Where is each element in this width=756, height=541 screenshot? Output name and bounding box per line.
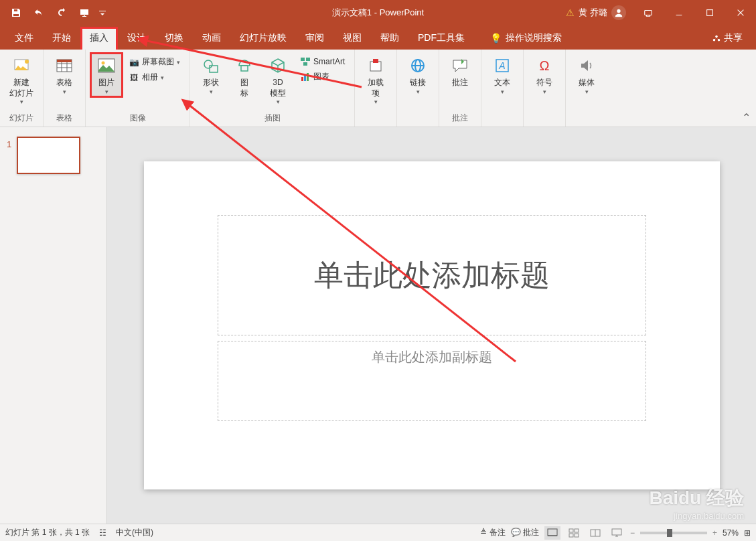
album-label: 相册: [142, 72, 158, 83]
picture-button[interactable]: 图片 ▾: [90, 52, 123, 98]
share-label: 共享: [724, 32, 743, 44]
tab-animations[interactable]: 动画: [193, 27, 230, 50]
svg-rect-16: [57, 60, 72, 62]
tab-home[interactable]: 开始: [43, 27, 80, 50]
redo-button[interactable]: [51, 3, 72, 22]
lightbulb-icon: 💡: [490, 33, 502, 44]
tab-slideshow[interactable]: 幻灯片放映: [230, 27, 296, 50]
title-placeholder[interactable]: 单击此处添加标题: [218, 215, 646, 335]
new-slide-label: 新建 幻灯片: [9, 78, 33, 98]
group-label-symbol: [544, 113, 546, 127]
user-account[interactable]: ⚠ 黄 乔璐: [559, 5, 633, 20]
links-button[interactable]: 链接 ▾: [401, 52, 435, 98]
zoom-level[interactable]: 57%: [723, 528, 739, 538]
save-button[interactable]: [5, 3, 27, 22]
symbol-button[interactable]: Ω 符号 ▾: [528, 52, 561, 98]
tab-review[interactable]: 审阅: [296, 27, 333, 50]
group-label-links: [417, 113, 419, 127]
tell-me-search[interactable]: 💡 操作说明搜索: [481, 27, 571, 50]
slide[interactable]: 单击此处添加标题 单击此处添加副标题: [144, 161, 720, 489]
statusbar: 幻灯片 第 1 张，共 1 张 ☷ 中文(中国) ≜ 备注 💬 批注 − + 5…: [0, 524, 756, 541]
media-button[interactable]: 媒体 ▾: [570, 52, 603, 98]
share-icon: [712, 33, 721, 43]
notes-button[interactable]: ≜ 备注: [480, 527, 505, 538]
svg-rect-1: [645, 11, 652, 15]
svg-point-19: [204, 60, 212, 68]
caret-icon: ▾: [417, 88, 420, 95]
svg-point-18: [102, 62, 105, 65]
comments-button[interactable]: 💬 批注: [511, 527, 539, 538]
svg-rect-27: [307, 73, 309, 81]
undo-button[interactable]: [28, 3, 50, 22]
zoom-slider[interactable]: [640, 532, 707, 534]
slideshow-view-button[interactable]: [609, 526, 625, 540]
tab-help[interactable]: 帮助: [371, 27, 408, 50]
cube-icon: [267, 55, 289, 76]
fit-to-window-button[interactable]: ⊞: [744, 528, 751, 538]
thumbnail-panel: 1: [0, 127, 107, 524]
notes-label: 备注: [489, 528, 506, 537]
collapse-ribbon-button[interactable]: ⌃: [742, 111, 751, 124]
tab-pdf[interactable]: PDF工具集: [408, 27, 474, 50]
chart-button[interactable]: 图表: [297, 70, 348, 84]
picture-label: 图片: [98, 78, 115, 88]
tab-insert[interactable]: 插入: [80, 27, 118, 50]
slide-counter[interactable]: 幻灯片 第 1 张，共 1 张: [5, 527, 90, 538]
reading-view-button[interactable]: [587, 526, 603, 540]
shapes-icon: [200, 55, 222, 76]
tab-transitions[interactable]: 切换: [155, 27, 193, 50]
language-indicator[interactable]: 中文(中国): [116, 527, 153, 538]
screenshot-icon: 📷: [129, 57, 139, 68]
slide-sorter-button[interactable]: [566, 526, 582, 540]
user-name: 黄 乔璐: [579, 7, 607, 19]
text-button[interactable]: A 文本 ▾: [485, 52, 519, 98]
new-slide-button[interactable]: 新建 幻灯片 ▾: [4, 52, 39, 108]
tab-design[interactable]: 设计: [118, 27, 155, 50]
shapes-button[interactable]: 形状 ▾: [194, 52, 228, 98]
svg-rect-38: [569, 529, 573, 532]
start-from-beginning-button[interactable]: [74, 3, 95, 22]
accessibility-icon[interactable]: ☷: [99, 528, 106, 538]
zoom-out-button[interactable]: −: [630, 528, 635, 538]
smartart-button[interactable]: SmartArt: [297, 55, 348, 68]
comment-icon: [449, 55, 471, 76]
caret-icon: ▾: [501, 88, 504, 95]
svg-rect-3: [707, 10, 713, 16]
group-symbol: Ω 符号 ▾: [524, 50, 566, 127]
comment-button[interactable]: 批注: [443, 52, 477, 91]
qat-customize-button[interactable]: [96, 3, 108, 22]
share-button[interactable]: 共享: [704, 27, 751, 50]
screenshot-button[interactable]: 📷 屏幕截图 ▾: [126, 55, 183, 69]
minimize-button[interactable]: [664, 0, 694, 25]
photo-album-button[interactable]: 🖼 相册 ▾: [126, 70, 183, 84]
thumbnail-preview: [17, 137, 80, 174]
icons-label: 图 标: [240, 78, 248, 98]
shapes-label: 形状: [203, 78, 219, 88]
caret-icon: ▾: [585, 88, 589, 95]
group-label-comments: 批注: [452, 111, 468, 127]
ribbon-display-button[interactable]: [633, 0, 664, 25]
caret-icon: ▾: [543, 88, 546, 95]
avatar: [611, 5, 626, 20]
close-button[interactable]: [725, 0, 756, 25]
zoom-in-button[interactable]: +: [712, 528, 717, 538]
ribbon-tabs: 文件 开始 插入 设计 切换 动画 幻灯片放映 审阅 视图 帮助 PDF工具集 …: [0, 25, 756, 50]
normal-view-button[interactable]: [544, 526, 560, 540]
svg-rect-44: [612, 529, 621, 535]
addins-button[interactable]: 加载 项 ▾: [359, 52, 392, 108]
group-media: 媒体 ▾: [566, 50, 607, 127]
maximize-button[interactable]: [694, 0, 725, 25]
slide-thumbnail-1[interactable]: 1: [7, 137, 100, 174]
tab-view[interactable]: 视图: [333, 27, 371, 50]
3d-model-button[interactable]: 3D 模型 ▾: [261, 52, 295, 108]
table-icon: [54, 55, 75, 76]
caret-icon: ▾: [105, 88, 108, 95]
table-button[interactable]: 表格 ▾: [48, 52, 81, 98]
svg-rect-26: [304, 75, 306, 81]
icons-button[interactable]: 图 标: [228, 52, 261, 101]
caret-icon: ▾: [374, 98, 378, 105]
group-text: A 文本 ▾: [481, 50, 524, 127]
new-slide-icon: [11, 55, 32, 76]
tab-file[interactable]: 文件: [5, 27, 43, 50]
subtitle-placeholder[interactable]: 单击此处添加副标题: [218, 341, 646, 421]
